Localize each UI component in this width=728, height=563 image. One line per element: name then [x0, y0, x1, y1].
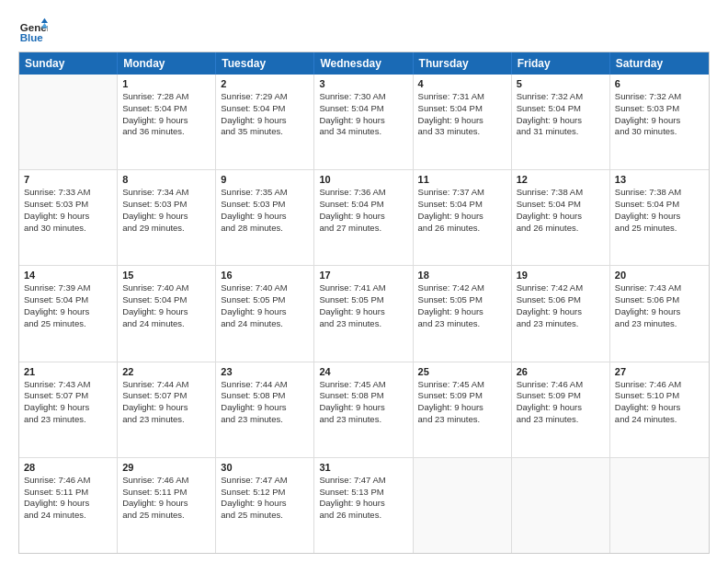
cell-info-line: Daylight: 9 hours: [24, 402, 112, 414]
calendar-cell: 12Sunrise: 7:38 AMSunset: 5:04 PMDayligh…: [512, 170, 610, 265]
calendar-cell: [512, 458, 610, 553]
calendar-cell: 3Sunrise: 7:30 AMSunset: 5:04 PMDaylight…: [314, 75, 413, 169]
cell-info-line: and 30 minutes.: [615, 126, 704, 138]
cell-info-line: Sunset: 5:04 PM: [221, 103, 309, 115]
cell-info-line: Sunrise: 7:33 AM: [24, 187, 112, 199]
day-number: 4: [418, 78, 506, 89]
day-number: 1: [122, 78, 210, 89]
day-number: 14: [24, 270, 112, 281]
cell-info-line: and 25 minutes.: [615, 223, 704, 235]
cell-info-line: Sunrise: 7:45 AM: [418, 379, 506, 391]
calendar-cell: [414, 458, 512, 553]
cell-info-line: and 23 minutes.: [221, 414, 309, 426]
cell-info-line: Sunrise: 7:32 AM: [517, 91, 605, 103]
cell-info-line: Sunrise: 7:47 AM: [221, 475, 309, 487]
day-number: 13: [615, 174, 704, 185]
calendar-cell: 1Sunrise: 7:28 AMSunset: 5:04 PMDaylight…: [118, 75, 216, 169]
cell-info-line: and 23 minutes.: [24, 414, 112, 426]
cell-info-line: Sunrise: 7:46 AM: [24, 475, 112, 487]
day-number: 17: [319, 270, 407, 281]
logo: General Blue: [18, 17, 48, 46]
cell-info-line: and 23 minutes.: [517, 414, 605, 426]
calendar-week-5: 28Sunrise: 7:46 AMSunset: 5:11 PMDayligh…: [19, 457, 709, 553]
day-number: 23: [221, 366, 309, 377]
calendar-cell: [610, 458, 709, 553]
cell-info-line: Sunrise: 7:38 AM: [517, 187, 605, 199]
day-number: 26: [517, 366, 605, 377]
cell-info-line: Sunset: 5:13 PM: [319, 487, 407, 499]
calendar-cell: [19, 75, 118, 169]
cell-info-line: Daylight: 9 hours: [418, 211, 506, 223]
day-number: 16: [221, 270, 309, 281]
calendar-cell: 8Sunrise: 7:34 AMSunset: 5:03 PMDaylight…: [118, 170, 216, 265]
cell-info-line: Sunset: 5:03 PM: [24, 199, 112, 211]
cell-info-line: Daylight: 9 hours: [221, 306, 309, 318]
cell-info-line: Sunset: 5:07 PM: [24, 390, 112, 402]
cell-info-line: Sunrise: 7:44 AM: [122, 379, 210, 391]
cell-info-line: Sunset: 5:07 PM: [122, 390, 210, 402]
day-number: 24: [319, 366, 407, 377]
cell-info-line: and 33 minutes.: [418, 126, 506, 138]
day-number: 27: [615, 366, 704, 377]
calendar-cell: 4Sunrise: 7:31 AMSunset: 5:04 PMDaylight…: [414, 75, 512, 169]
day-number: 18: [418, 270, 506, 281]
cell-info-line: Sunrise: 7:46 AM: [517, 379, 605, 391]
calendar-week-4: 21Sunrise: 7:43 AMSunset: 5:07 PMDayligh…: [19, 362, 709, 457]
day-number: 10: [319, 174, 407, 185]
cell-info-line: and 23 minutes.: [319, 318, 407, 330]
cell-info-line: Daylight: 9 hours: [24, 306, 112, 318]
cell-info-line: and 28 minutes.: [221, 223, 309, 235]
day-number: 7: [24, 174, 112, 185]
day-number: 31: [319, 462, 407, 473]
day-number: 30: [221, 462, 309, 473]
cell-info-line: Sunset: 5:04 PM: [517, 103, 605, 115]
day-number: 15: [122, 270, 210, 281]
calendar-body: 1Sunrise: 7:28 AMSunset: 5:04 PMDaylight…: [19, 75, 709, 553]
cell-info-line: Sunrise: 7:44 AM: [221, 379, 309, 391]
day-header-monday: Monday: [118, 52, 216, 75]
cell-info-line: and 24 minutes.: [221, 318, 309, 330]
cell-info-line: and 36 minutes.: [122, 126, 210, 138]
cell-info-line: Sunrise: 7:31 AM: [418, 91, 506, 103]
cell-info-line: Daylight: 9 hours: [418, 402, 506, 414]
day-number: 3: [319, 78, 407, 89]
day-number: 28: [24, 462, 112, 473]
calendar-cell: 27Sunrise: 7:46 AMSunset: 5:10 PMDayligh…: [610, 362, 709, 457]
calendar-cell: 25Sunrise: 7:45 AMSunset: 5:09 PMDayligh…: [414, 362, 512, 457]
calendar-cell: 13Sunrise: 7:38 AMSunset: 5:04 PMDayligh…: [610, 170, 709, 265]
day-number: 20: [615, 270, 704, 281]
page: General Blue SundayMondayTuesdayWednesda…: [0, 0, 728, 563]
cell-info-line: Daylight: 9 hours: [122, 402, 210, 414]
cell-info-line: Daylight: 9 hours: [517, 402, 605, 414]
cell-info-line: Daylight: 9 hours: [615, 306, 704, 318]
calendar-cell: 5Sunrise: 7:32 AMSunset: 5:04 PMDaylight…: [512, 75, 610, 169]
cell-info-line: and 31 minutes.: [517, 126, 605, 138]
day-header-thursday: Thursday: [414, 52, 512, 75]
cell-info-line: Sunset: 5:05 PM: [221, 294, 309, 306]
cell-info-line: and 24 minutes.: [615, 414, 704, 426]
calendar-cell: 28Sunrise: 7:46 AMSunset: 5:11 PMDayligh…: [19, 458, 118, 553]
cell-info-line: Sunrise: 7:47 AM: [319, 475, 407, 487]
cell-info-line: and 30 minutes.: [24, 223, 112, 235]
calendar-week-2: 7Sunrise: 7:33 AMSunset: 5:03 PMDaylight…: [19, 169, 709, 265]
cell-info-line: Sunset: 5:04 PM: [517, 199, 605, 211]
day-number: 19: [517, 270, 605, 281]
cell-info-line: Sunset: 5:09 PM: [418, 390, 506, 402]
cell-info-line: Daylight: 9 hours: [221, 402, 309, 414]
cell-info-line: Sunset: 5:03 PM: [615, 103, 704, 115]
day-number: 25: [418, 366, 506, 377]
calendar-week-1: 1Sunrise: 7:28 AMSunset: 5:04 PMDaylight…: [19, 75, 709, 169]
cell-info-line: and 23 minutes.: [517, 318, 605, 330]
calendar-cell: 19Sunrise: 7:42 AMSunset: 5:06 PMDayligh…: [512, 266, 610, 361]
cell-info-line: and 29 minutes.: [122, 223, 210, 235]
calendar-cell: 11Sunrise: 7:37 AMSunset: 5:04 PMDayligh…: [414, 170, 512, 265]
cell-info-line: Sunrise: 7:29 AM: [221, 91, 309, 103]
day-number: 2: [221, 78, 309, 89]
logo-icon: General Blue: [18, 17, 48, 46]
cell-info-line: and 24 minutes.: [24, 510, 112, 522]
calendar-cell: 29Sunrise: 7:46 AMSunset: 5:11 PMDayligh…: [118, 458, 216, 553]
cell-info-line: Daylight: 9 hours: [24, 211, 112, 223]
calendar-cell: 30Sunrise: 7:47 AMSunset: 5:12 PMDayligh…: [216, 458, 314, 553]
cell-info-line: Sunset: 5:06 PM: [615, 294, 704, 306]
cell-info-line: and 25 minutes.: [122, 510, 210, 522]
